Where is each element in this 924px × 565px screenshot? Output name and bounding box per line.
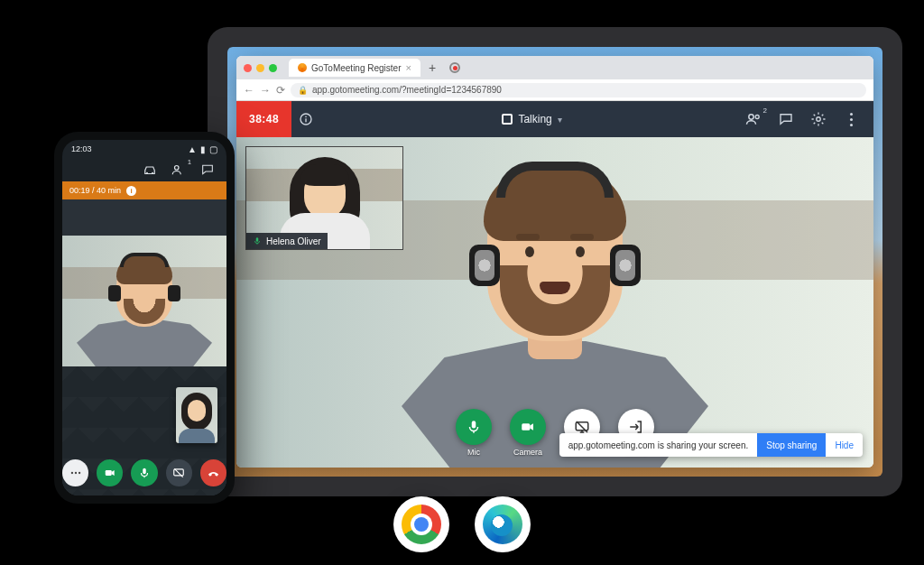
phone-more-button[interactable] [62,459,88,486]
chat-icon [778,111,794,127]
view-mode-label: Talking [518,113,551,125]
more-button[interactable] [841,109,861,129]
browser-tab-strip: GoToMeeting Register × + [236,56,873,79]
main-video: Helena Oliver Mic Came [236,137,873,468]
phone-clock: 12:03 [71,144,92,153]
svg-rect-7 [472,421,476,428]
car-icon [142,162,158,178]
camera-button[interactable]: Camera [510,409,546,457]
wifi-icon: ▲ [188,144,197,154]
window-minimize-icon[interactable] [256,64,264,72]
browser-window: GoToMeeting Register × + ← → ⟳ 🔒 app.got… [236,56,873,468]
phone-mic-button[interactable] [131,459,157,486]
meeting-toolbar: 38:48 Talking ▾ 2 [236,101,873,137]
url-field[interactable]: 🔒 app.gotomeeting.com/?meetingId=1234567… [291,83,866,97]
svg-rect-6 [256,237,259,242]
phone-timer-text: 00:19 / 40 min [69,186,121,195]
phone-timer-info-icon[interactable]: i [126,186,136,196]
phone-timer-bar: 00:19 / 40 min i [62,181,226,199]
svg-point-15 [79,472,80,474]
kebab-icon [850,113,853,126]
pip-video[interactable]: Helena Oliver [245,146,403,250]
toolbar-right: 2 [744,109,873,129]
nav-forward-icon[interactable]: → [260,84,271,97]
svg-point-3 [749,115,753,119]
settings-button[interactable] [808,109,828,129]
browser-address-bar: ← → ⟳ 🔒 app.gotomeeting.com/?meetingId=1… [236,79,873,101]
camera-icon [510,409,546,445]
svg-point-4 [755,116,759,119]
window-maximize-icon[interactable] [269,64,277,72]
phone-chat-button[interactable] [199,162,216,178]
meeting-info-button[interactable] [291,112,320,126]
chat-button[interactable] [776,109,796,129]
phone-device: 12:03 ▲ ▮ ▢ 1 00:19 / 40 min i [54,132,235,504]
mic-button[interactable]: Mic [456,409,492,457]
phone-camera-button[interactable] [97,459,123,486]
svg-point-12 [175,166,180,171]
svg-point-14 [74,472,76,474]
pip-name-label: Helena Oliver [246,233,328,249]
window-close-icon[interactable] [244,64,252,72]
phone-end-call-button[interactable] [200,459,226,486]
share-toast-message: app.gotomeeting.com is sharing your scre… [559,440,758,450]
edge-badge [475,496,531,552]
phone-self-view[interactable] [176,387,217,443]
pip-name-text: Helena Oliver [266,236,321,246]
stop-sharing-button[interactable]: Stop sharing [757,433,826,457]
phone-status-bar: 12:03 ▲ ▮ ▢ [62,140,226,158]
participants-button[interactable]: 2 [744,109,763,129]
laptop-device: GoToMeeting Register × + ← → ⟳ 🔒 app.got… [208,27,902,496]
url-text: app.gotomeeting.com/?meetingId=123456789… [312,85,502,95]
browser-tab[interactable]: GoToMeeting Register × [289,59,420,77]
svg-point-1 [305,116,307,118]
phone-call-controls [62,459,226,486]
tab-title: GoToMeeting Register [311,63,402,73]
chrome-icon [402,505,441,544]
phone-participants-button[interactable]: 1 [171,162,187,178]
phone-top-actions: 1 [62,158,226,181]
view-mode-dropdown[interactable]: Talking ▾ [320,113,744,125]
hangup-icon [207,467,220,480]
nav-reload-icon[interactable]: ⟳ [276,84,285,97]
window-controls[interactable] [244,64,277,72]
phone-participants-count: 1 [188,159,191,165]
meeting-timer: 38:48 [236,101,291,137]
browser-badges [393,496,531,552]
svg-point-10 [146,172,148,174]
nav-back-icon[interactable]: ← [244,84,254,97]
svg-rect-8 [522,423,530,431]
mic-label: Mic [467,448,480,457]
phone-screen: 12:03 ▲ ▮ ▢ 1 00:19 / 40 min i [62,140,226,496]
signal-icon: ▮ [200,144,206,154]
laptop-desktop: GoToMeeting Register × + ← → ⟳ 🔒 app.got… [227,47,882,477]
tab-close-icon[interactable]: × [406,62,411,73]
camera-icon [104,467,116,479]
phone-drive-mode-button[interactable] [142,162,158,178]
people-icon [744,110,762,128]
svg-rect-2 [306,118,307,122]
mic-icon [456,409,492,445]
svg-rect-16 [106,470,112,476]
svg-rect-17 [143,468,146,474]
people-icon [171,162,187,178]
chrome-badge [393,496,449,552]
phone-screen-button[interactable] [166,459,192,486]
dots-icon [69,467,82,479]
hide-toast-button[interactable]: Hide [826,440,863,450]
new-tab-button[interactable]: + [425,60,439,75]
speaker-view-icon [502,114,513,125]
info-icon [299,112,313,126]
gear-icon [810,111,827,127]
screen-icon [172,467,185,479]
phone-main-video [62,236,226,366]
recording-indicator-icon [449,62,460,73]
screen-share-toast: app.gotomeeting.com is sharing your scre… [559,433,863,457]
participants-count: 2 [763,107,767,115]
mic-active-icon [253,236,262,245]
camera-label: Camera [513,448,542,457]
chevron-down-icon: ▾ [558,115,562,125]
chat-icon [200,162,215,177]
phone-video-area [62,199,226,496]
edge-icon [483,505,522,544]
